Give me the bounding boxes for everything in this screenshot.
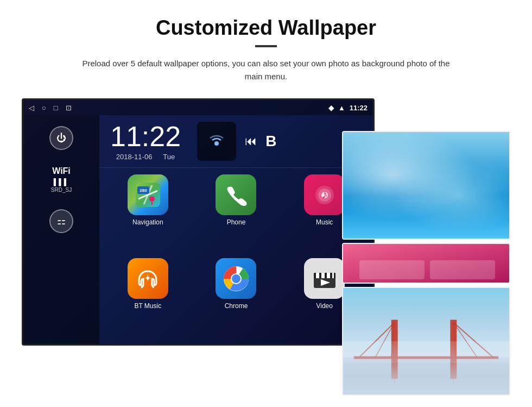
svg-point-26 [407,169,493,223]
center-content: 11:22 2018-11-06 Tue [99,115,373,344]
chrome-logo-icon [223,265,250,292]
screenshot-icon[interactable]: ⊡ [66,104,72,112]
video-clapper-icon [311,265,338,292]
wifi-ssid: SRD_SJ [51,187,72,193]
apps-button[interactable]: ⚏ [49,209,73,233]
app-btmusic[interactable]: ✦ BT Music [106,258,190,337]
status-bar: ◁ ○ □ ⊡ ◆ ▲ 11:22 [23,100,373,115]
bluetooth-headphone-icon: ✦ [136,267,160,291]
btmusic-label: BT Music [134,302,161,310]
media-label: B [265,133,276,150]
wallpaper-bridge-thumb[interactable] [342,287,510,396]
svg-rect-31 [359,260,425,279]
grid-icon: ⚏ [57,215,66,227]
music-note-icon: ♪ [313,184,336,206]
wallpaper-panel [342,131,510,396]
status-time: 11:22 [350,104,368,112]
svg-marker-28 [370,174,423,217]
svg-rect-34 [343,358,509,395]
android-screen: ◁ ○ □ ⊡ ◆ ▲ 11:22 ⏻ WiFi ▌▌▌ SRD_S [22,98,375,346]
app-phone[interactable]: Phone [194,174,278,254]
svg-rect-24 [343,132,509,239]
status-right: ◆ ▲ 11:22 [328,104,368,112]
status-left: ◁ ○ □ ⊡ [29,104,72,112]
svg-point-25 [354,153,418,196]
svg-point-0 [214,141,219,146]
svg-rect-33 [343,288,509,358]
home-icon[interactable]: ○ [42,104,46,112]
media-signal-icon [207,132,226,151]
video-icon [304,258,345,299]
music-icon: ♪ [304,174,345,215]
clock-section: 11:22 2018-11-06 Tue [110,122,181,161]
wifi-label: WiFi [52,166,71,176]
navigation-map-icon: 280 [133,180,163,210]
svg-rect-18 [316,273,319,278]
bridge-wallpaper-svg [343,288,509,395]
svg-text:280: 280 [140,188,147,193]
svg-point-6 [149,196,155,202]
phone-handset-icon [225,184,248,206]
svg-rect-19 [321,273,325,278]
svg-rect-23 [343,132,509,239]
clock-area: 11:22 2018-11-06 Tue [99,115,373,168]
power-icon: ⏻ [56,133,66,144]
svg-point-27 [370,145,477,183]
page-title: Customized Wallpaper [156,16,376,40]
device-wrapper: ◁ ○ □ ⊡ ◆ ▲ 11:22 ⏻ WiFi ▌▌▌ SRD_S [22,98,510,346]
pink-wallpaper-svg [343,244,510,284]
left-sidebar: ⏻ WiFi ▌▌▌ SRD_SJ ⚏ [23,115,99,344]
wifi-signal-icon: ▲ [338,104,345,112]
chrome-label: Chrome [225,302,248,310]
svg-rect-44 [343,341,509,362]
media-artwork [197,122,236,161]
ice-wallpaper-svg [343,132,509,239]
power-button[interactable]: ⏻ [49,126,73,150]
clock-day: Tue [163,153,175,161]
phone-icon [216,174,256,215]
wifi-bars: ▌▌▌ [54,178,69,186]
wifi-info: WiFi ▌▌▌ SRD_SJ [51,166,72,193]
clock-date-value: 2018-11-06 [116,153,153,161]
svg-marker-29 [440,159,483,185]
wallpaper-pink-partial[interactable] [342,243,510,284]
video-label: Video [316,302,332,310]
app-navigation[interactable]: 280 Navigation [106,174,190,254]
svg-text:✦: ✦ [144,274,151,283]
chrome-icon [216,258,256,299]
app-chrome[interactable]: Chrome [194,258,278,337]
svg-rect-20 [327,273,330,278]
media-icons: ⏮ B [197,122,276,161]
location-icon: ◆ [328,104,334,112]
svg-rect-21 [332,273,334,278]
btmusic-icon: ✦ [128,258,168,299]
navigation-label: Navigation [132,218,163,226]
navigation-icon: 280 [128,174,168,215]
clock-time: 11:22 [110,122,181,151]
svg-text:♪: ♪ [321,187,327,201]
svg-point-15 [232,274,240,283]
svg-rect-43 [354,356,499,359]
back-icon[interactable]: ◁ [29,104,34,112]
app-grid: 280 Navigation [99,168,373,344]
media-prev-icon[interactable]: ⏮ [245,134,257,148]
svg-rect-35 [391,320,398,379]
title-divider [255,45,277,47]
square-icon[interactable]: □ [54,104,58,112]
wallpaper-ice-thumb[interactable] [342,131,510,240]
page-description: Preload over 5 default wallpaper options… [76,57,456,83]
svg-rect-32 [430,260,495,279]
clock-date: 2018-11-06 Tue [116,153,175,161]
phone-label: Phone [227,218,246,226]
music-label: Music [316,218,333,226]
main-area: ⏻ WiFi ▌▌▌ SRD_SJ ⚏ 11:22 [23,115,373,344]
